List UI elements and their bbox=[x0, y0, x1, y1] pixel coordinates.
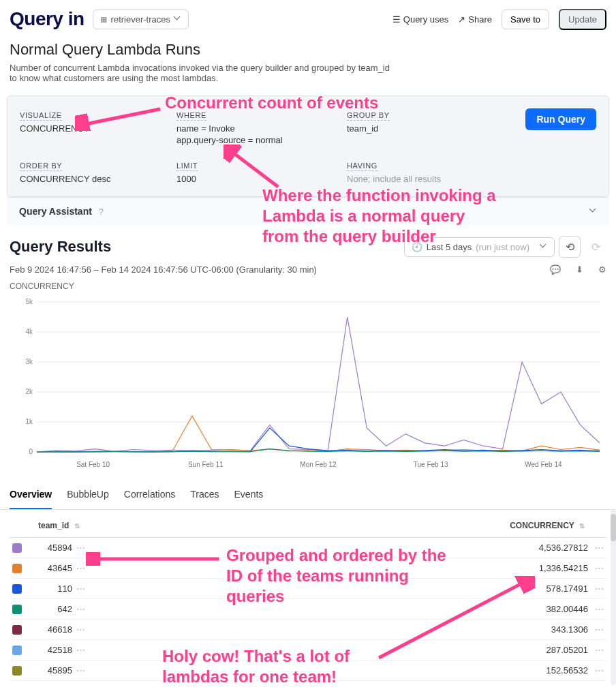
table-row[interactable]: 45894 ⋯ 4,536.27812 ⋯ bbox=[10, 538, 606, 558]
time-range-sub: (run just now) bbox=[476, 242, 529, 252]
table-row[interactable]: 642 ⋯ 382.00446 ⋯ bbox=[10, 599, 606, 620]
svg-text:0: 0 bbox=[29, 448, 33, 455]
list-icon: ☰ bbox=[392, 14, 401, 25]
results-header: Query Results 🕘 Last 5 days (run just no… bbox=[0, 225, 616, 262]
redo-button[interactable]: ⟳ bbox=[585, 236, 606, 258]
download-icon[interactable]: ⬇ bbox=[576, 264, 583, 275]
share-link[interactable]: ↗ Share bbox=[458, 14, 492, 25]
cell-concurrency: 578.17491 bbox=[546, 583, 588, 594]
row-menu-icon[interactable]: ⋯ bbox=[595, 665, 604, 676]
svg-text:3k: 3k bbox=[25, 358, 33, 365]
update-button[interactable]: Update bbox=[559, 9, 606, 30]
row-menu-icon[interactable]: ⋯ bbox=[595, 624, 604, 635]
cell-team-id: 43645 bbox=[31, 563, 72, 573]
settings-icon[interactable]: ⚙ bbox=[598, 264, 606, 275]
undo-icon: ⟲ bbox=[566, 241, 574, 254]
cell-concurrency: 152.56532 bbox=[546, 665, 588, 676]
row-menu-icon[interactable]: ⋯ bbox=[76, 604, 85, 614]
tab-overview[interactable]: Overview bbox=[10, 481, 52, 509]
table-row[interactable]: 45895 ⋯ 152.56532 ⋯ bbox=[10, 661, 606, 681]
row-menu-icon[interactable]: ⋯ bbox=[76, 665, 85, 676]
tab-events[interactable]: Events bbox=[234, 481, 264, 509]
chevron-down-icon bbox=[590, 208, 597, 215]
table-row[interactable]: 110 ⋯ 578.17491 ⋯ bbox=[10, 579, 606, 599]
svg-text:4k: 4k bbox=[25, 328, 33, 335]
limit-group[interactable]: LIMIT 1000 bbox=[176, 159, 347, 184]
save-to-button[interactable]: Save to bbox=[502, 10, 549, 29]
dataset-dropdown[interactable]: ▦ retriever-traces bbox=[93, 10, 189, 29]
cell-team-id: 45895 bbox=[31, 665, 72, 676]
svg-text:2k: 2k bbox=[25, 388, 33, 395]
query-assistant-row[interactable]: Query Assistant ? bbox=[7, 197, 609, 225]
row-menu-icon[interactable]: ⋯ bbox=[595, 583, 604, 594]
svg-text:Tue Feb 13: Tue Feb 13 bbox=[414, 461, 448, 468]
tab-bubbleup[interactable]: BubbleUp bbox=[67, 481, 109, 509]
query-uses-link[interactable]: ☰ Query uses bbox=[392, 14, 448, 25]
table-row[interactable]: 42518 ⋯ 287.05201 ⋯ bbox=[10, 640, 606, 661]
col-concurrency[interactable]: CONCURRENCY ⇅ bbox=[510, 521, 604, 530]
results-title: Query Results bbox=[10, 238, 111, 256]
tab-traces[interactable]: Traces bbox=[190, 481, 219, 509]
results-table: team_id ⇅ CONCURRENCY ⇅ 45894 ⋯ 4,536.27… bbox=[0, 510, 616, 685]
row-menu-icon[interactable]: ⋯ bbox=[76, 583, 85, 594]
having-group[interactable]: HAVING None; include all results bbox=[347, 159, 504, 184]
brand-title: Query in bbox=[10, 8, 84, 30]
cell-concurrency: 343.1306 bbox=[551, 624, 588, 635]
cell-team-id: 45894 bbox=[31, 543, 72, 553]
tab-correlations[interactable]: Correlations bbox=[124, 481, 175, 509]
series-swatch bbox=[12, 605, 22, 614]
orderby-value: CONCURRENCY desc bbox=[20, 174, 176, 184]
groupby-label: GROUP BY bbox=[347, 111, 390, 121]
help-icon: ? bbox=[99, 207, 104, 217]
cell-team-id: 642 bbox=[31, 604, 72, 614]
concurrency-chart[interactable]: 01k2k3k4k5kSat Feb 10Sun Feb 11Mon Feb 1… bbox=[0, 291, 616, 476]
table-row[interactable]: 46618 ⋯ 343.1306 ⋯ bbox=[10, 620, 606, 640]
visualize-label: VISUALIZE bbox=[20, 111, 62, 121]
svg-text:5k: 5k bbox=[25, 298, 33, 305]
sort-icon: ⇅ bbox=[579, 522, 585, 530]
series-swatch bbox=[12, 625, 22, 635]
undo-button[interactable]: ⟲ bbox=[559, 236, 581, 258]
redo-icon: ⟳ bbox=[591, 241, 600, 254]
share-icon: ↗ bbox=[458, 14, 465, 25]
header-actions: ☰ Query uses ↗ Share Save to Update bbox=[392, 9, 606, 30]
series-swatch bbox=[12, 666, 22, 676]
row-menu-icon[interactable]: ⋯ bbox=[595, 563, 604, 573]
row-menu-icon[interactable]: ⋯ bbox=[76, 543, 85, 553]
where-value-1: name = Invoke bbox=[176, 123, 347, 134]
table-row[interactable]: 43645 ⋯ 1,336.54215 ⋯ bbox=[10, 558, 606, 579]
orderby-group[interactable]: ORDER BY CONCURRENCY desc bbox=[20, 159, 176, 184]
row-menu-icon[interactable]: ⋯ bbox=[76, 563, 85, 573]
row-menu-icon[interactable]: ⋯ bbox=[595, 543, 604, 553]
sort-icon: ⇅ bbox=[74, 522, 80, 530]
page-title: Normal Query Lambda Runs bbox=[10, 41, 606, 59]
query-menu-icon[interactable]: ⋯ bbox=[585, 103, 596, 116]
cell-concurrency: 1,336.54215 bbox=[539, 563, 588, 573]
cell-concurrency: 4,536.27812 bbox=[539, 543, 588, 553]
row-menu-icon[interactable]: ⋯ bbox=[76, 624, 85, 635]
series-swatch bbox=[12, 584, 22, 594]
svg-text:Sat Feb 10: Sat Feb 10 bbox=[76, 461, 110, 468]
having-label: HAVING bbox=[347, 162, 378, 171]
dataset-icon: ▦ bbox=[100, 15, 107, 24]
col-team-id[interactable]: team_id ⇅ bbox=[38, 521, 80, 530]
row-menu-icon[interactable]: ⋯ bbox=[595, 645, 604, 655]
time-range-picker[interactable]: 🕘 Last 5 days (run just now) bbox=[404, 237, 555, 257]
query-uses-label: Query uses bbox=[403, 14, 448, 25]
chevron-down-icon bbox=[540, 243, 547, 250]
groupby-group[interactable]: GROUP BY team_id bbox=[347, 108, 504, 147]
time-range-label: Last 5 days bbox=[427, 242, 472, 252]
where-group[interactable]: WHERE name = Invoke app.query-source = n… bbox=[176, 108, 347, 147]
query-assistant-label: Query Assistant bbox=[19, 206, 92, 217]
result-tabs: Overview BubbleUp Correlations Traces Ev… bbox=[0, 481, 616, 510]
dataset-name: retriever-traces bbox=[111, 14, 170, 25]
visualize-group[interactable]: VISUALIZE CONCURRENCY bbox=[20, 108, 176, 147]
comment-icon[interactable]: 💬 bbox=[550, 264, 561, 275]
cell-team-id: 110 bbox=[31, 583, 72, 594]
row-menu-icon[interactable]: ⋯ bbox=[595, 604, 604, 614]
svg-text:Sun Feb 11: Sun Feb 11 bbox=[188, 461, 224, 468]
series-swatch bbox=[12, 646, 22, 655]
visualize-value: CONCURRENCY bbox=[20, 123, 176, 134]
scrollbar[interactable] bbox=[611, 510, 616, 685]
row-menu-icon[interactable]: ⋯ bbox=[76, 645, 85, 655]
